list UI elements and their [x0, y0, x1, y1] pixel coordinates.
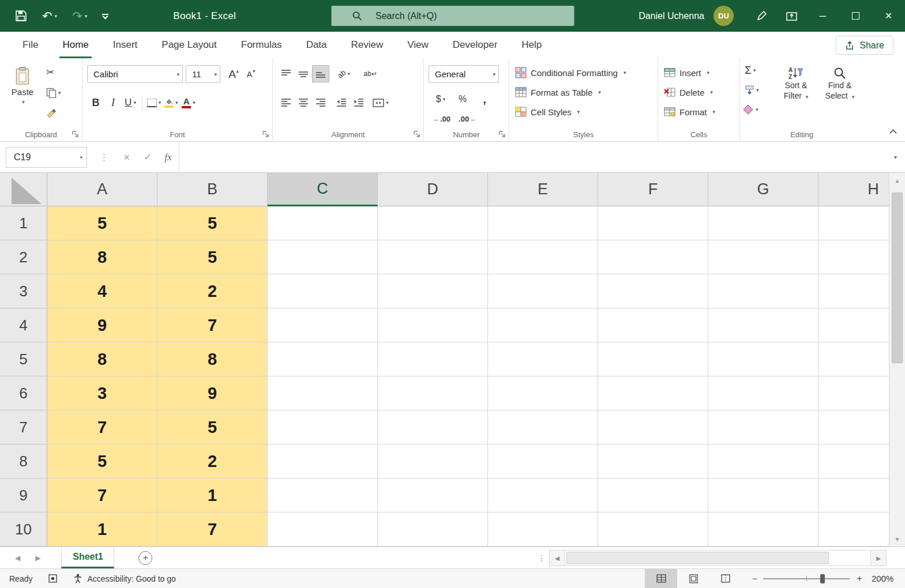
align-center-button[interactable] — [295, 94, 312, 111]
grow-font-button[interactable]: A▴ — [225, 66, 242, 83]
row-header-9[interactable]: 9 — [0, 478, 47, 512]
cell-H6[interactable] — [818, 376, 889, 410]
cell-styles-button[interactable]: Cell Styles ▾ — [509, 102, 658, 122]
cell-C7[interactable] — [268, 410, 378, 444]
increase-decimal-button[interactable]: ←.00 — [432, 110, 451, 127]
close-button[interactable]: ✕ — [872, 0, 905, 32]
row-header-10[interactable]: 10 — [0, 512, 47, 546]
tab-view[interactable]: View — [395, 32, 441, 58]
fill-button[interactable]: ▾ — [745, 80, 759, 100]
underline-button[interactable]: U▾ — [122, 94, 139, 111]
scroll-right-icon[interactable]: ▶ — [870, 550, 887, 566]
zoom-out-button[interactable]: − — [752, 574, 757, 583]
row-header-8[interactable]: 8 — [0, 444, 47, 478]
zoom-level[interactable]: 200% — [872, 574, 905, 583]
cell-F10[interactable] — [598, 512, 708, 546]
cell-H9[interactable] — [818, 478, 889, 512]
comma-style-button[interactable]: , — [476, 91, 493, 108]
sheet-nav-right-icon[interactable]: ▶ — [35, 554, 40, 562]
cell-F6[interactable] — [598, 376, 708, 410]
bottom-align-button[interactable] — [312, 65, 329, 82]
cell-F7[interactable] — [598, 410, 708, 444]
cancel-entry-icon[interactable]: × — [123, 151, 130, 164]
cell-C3[interactable] — [268, 274, 378, 308]
cell-A8[interactable]: 5 — [47, 444, 157, 478]
column-header-H[interactable]: H — [818, 173, 889, 206]
formula-input[interactable] — [179, 142, 886, 172]
find-select-button[interactable]: Find & Select ▾ — [820, 62, 860, 126]
wrap-text-button[interactable]: ab↵ — [362, 65, 379, 82]
cell-G4[interactable] — [708, 308, 818, 342]
tab-file[interactable]: File — [10, 32, 50, 58]
cell-B8[interactable]: 2 — [157, 444, 268, 478]
inking-button[interactable] — [746, 0, 776, 32]
column-header-C[interactable]: C — [268, 173, 378, 206]
paste-button[interactable]: Paste ▾ — [6, 63, 39, 126]
format-as-table-button[interactable]: Format as Table ▾ — [509, 82, 658, 102]
cell-H2[interactable] — [818, 240, 889, 274]
autosum-button[interactable]: Σ▾ — [745, 61, 759, 80]
sheet-nav-left-icon[interactable]: ◀ — [15, 554, 20, 562]
cell-C8[interactable] — [268, 444, 378, 478]
cell-A3[interactable]: 4 — [47, 274, 157, 308]
cell-F3[interactable] — [598, 274, 708, 308]
format-cells-button[interactable]: Format ▾ — [658, 102, 739, 122]
cell-B1[interactable]: 5 — [157, 206, 268, 240]
fill-color-button[interactable]: ▾ — [163, 94, 180, 111]
cell-B7[interactable]: 5 — [157, 410, 268, 444]
decrease-indent-button[interactable] — [333, 94, 350, 111]
cell-C10[interactable] — [268, 512, 378, 546]
cell-A5[interactable]: 8 — [47, 342, 157, 376]
shrink-font-button[interactable]: A▾ — [242, 66, 260, 83]
row-header-2[interactable]: 2 — [0, 240, 47, 274]
name-box-dropdown-icon[interactable]: ▾ — [80, 154, 82, 160]
tab-review[interactable]: Review — [339, 32, 396, 58]
avatar[interactable]: DU — [714, 6, 734, 26]
percent-style-button[interactable]: % — [454, 91, 471, 108]
tab-developer[interactable]: Developer — [441, 32, 510, 58]
borders-button[interactable]: ▾ — [145, 94, 163, 111]
cell-A4[interactable]: 9 — [47, 308, 157, 342]
cell-B4[interactable]: 7 — [157, 308, 268, 342]
cell-E8[interactable] — [488, 444, 598, 478]
zoom-slider-thumb[interactable] — [820, 574, 825, 583]
tab-data[interactable]: Data — [294, 32, 339, 58]
zoom-in-button[interactable]: + — [857, 573, 862, 585]
cell-F5[interactable] — [598, 342, 708, 376]
cell-G6[interactable] — [708, 376, 818, 410]
cell-A10[interactable]: 1 — [47, 512, 157, 546]
page-break-view-button[interactable] — [709, 569, 742, 588]
dialog-launcher-icon[interactable] — [414, 131, 420, 138]
formula-bar-expand-icon[interactable]: ▾ — [886, 154, 905, 160]
cell-G7[interactable] — [708, 410, 818, 444]
cell-B5[interactable]: 8 — [157, 342, 268, 376]
cell-D8[interactable] — [378, 444, 488, 478]
cell-F1[interactable] — [598, 206, 708, 240]
tab-page-layout[interactable]: Page Layout — [149, 32, 228, 58]
clear-button[interactable]: ▾ — [745, 100, 759, 119]
cell-H4[interactable] — [818, 308, 889, 342]
cell-D7[interactable] — [378, 410, 488, 444]
row-header-7[interactable]: 7 — [0, 410, 47, 444]
cut-button[interactable]: ✂ — [44, 64, 72, 80]
row-header-5[interactable]: 5 — [0, 342, 47, 376]
scroll-left-icon[interactable]: ◀ — [549, 550, 565, 566]
cell-E7[interactable] — [488, 410, 598, 444]
row-header-1[interactable]: 1 — [0, 206, 47, 240]
row-header-4[interactable]: 4 — [0, 308, 47, 342]
font-family-select[interactable]: Calibri ▾ — [87, 65, 183, 83]
cell-B6[interactable]: 9 — [157, 376, 268, 410]
customize-qat-button[interactable] — [102, 14, 108, 18]
confirm-entry-icon[interactable]: ✓ — [144, 151, 152, 163]
font-color-button[interactable]: A ▾ — [180, 94, 197, 111]
cell-E5[interactable] — [488, 342, 598, 376]
vertical-scroll-thumb[interactable] — [892, 193, 903, 363]
cell-A7[interactable]: 7 — [47, 410, 157, 444]
sort-filter-button[interactable]: AZ Sort & Filter ▾ — [776, 62, 816, 126]
minimize-button[interactable]: ─ — [806, 0, 839, 32]
cell-G3[interactable] — [708, 274, 818, 308]
cell-G5[interactable] — [708, 342, 818, 376]
cell-A2[interactable]: 8 — [47, 240, 157, 274]
cell-C2[interactable] — [268, 240, 378, 274]
scroll-up-icon[interactable]: ▲ — [889, 173, 905, 188]
